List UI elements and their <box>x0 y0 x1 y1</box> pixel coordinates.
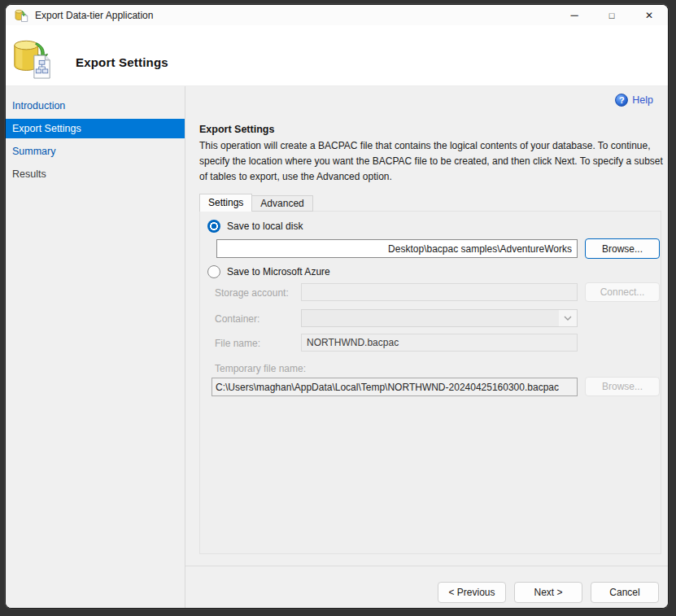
title-bar: Export Data-tier Application ─ □ ✕ <box>6 5 668 25</box>
save-local-disk-label: Save to local disk <box>227 221 303 232</box>
sidebar-item-results: Results <box>6 164 185 184</box>
page-title: Export Settings <box>76 55 168 69</box>
save-azure-radio[interactable] <box>207 265 220 278</box>
file-name-label: File name: <box>215 338 260 349</box>
save-local-disk-option[interactable]: Save to local disk <box>207 220 303 233</box>
window-title: Export Data-tier Application <box>35 10 153 21</box>
temporary-file-name-label: Temporary file name: <box>215 363 306 374</box>
connect-button: Connect... <box>585 282 660 302</box>
export-dac-header-icon <box>10 36 54 83</box>
wizard-steps-sidebar: Introduction Export Settings Summary Res… <box>6 86 185 609</box>
previous-button[interactable]: < Previous <box>438 582 506 603</box>
close-button[interactable]: ✕ <box>630 5 668 25</box>
temporary-browse-button: Browse... <box>585 377 660 396</box>
sidebar-item-export-settings[interactable]: Export Settings <box>6 119 185 138</box>
chevron-down-icon <box>559 310 577 326</box>
container-label: Container: <box>215 313 259 325</box>
storage-account-input <box>301 283 578 301</box>
next-button[interactable]: Next > <box>514 582 582 603</box>
section-description: This operation will create a BACPAC file… <box>199 138 668 185</box>
main-panel: ? Help Export Settings This operation wi… <box>185 86 668 609</box>
help-label: Help <box>632 94 653 106</box>
local-browse-button[interactable]: Browse... <box>585 238 660 259</box>
window-controls: ─ □ ✕ <box>556 5 668 25</box>
tab-advanced[interactable]: Advanced <box>252 195 312 212</box>
temporary-file-name-input <box>212 378 578 396</box>
help-link[interactable]: ? Help <box>615 94 653 107</box>
settings-tab-page: Save to local disk Browse... Save to Mic… <box>199 211 661 554</box>
save-azure-option[interactable]: Save to Microsoft Azure <box>207 265 330 278</box>
app-database-export-icon <box>14 9 28 22</box>
save-local-disk-radio[interactable] <box>207 220 220 233</box>
sidebar-item-summary[interactable]: Summary <box>6 142 185 161</box>
footer-separator <box>185 566 668 566</box>
export-wizard-window: Export Data-tier Application ─ □ ✕ Expor… <box>5 4 669 609</box>
wizard-header: Export Settings <box>6 25 668 86</box>
sidebar-item-introduction[interactable]: Introduction <box>6 96 185 116</box>
section-heading: Export Settings <box>199 124 274 135</box>
local-path-input[interactable] <box>216 239 578 258</box>
storage-account-label: Storage account: <box>215 287 289 299</box>
minimize-button[interactable]: ─ <box>556 5 593 25</box>
file-name-input <box>301 334 578 352</box>
help-icon: ? <box>615 94 628 107</box>
maximize-button[interactable]: □ <box>593 5 630 25</box>
cancel-button[interactable]: Cancel <box>591 582 659 603</box>
tab-strip: Settings Advanced <box>199 194 313 212</box>
footer-buttons: < Previous Next > Cancel <box>438 582 659 603</box>
tab-settings[interactable]: Settings <box>199 194 252 212</box>
save-azure-label: Save to Microsoft Azure <box>227 266 330 277</box>
container-dropdown <box>301 309 578 327</box>
